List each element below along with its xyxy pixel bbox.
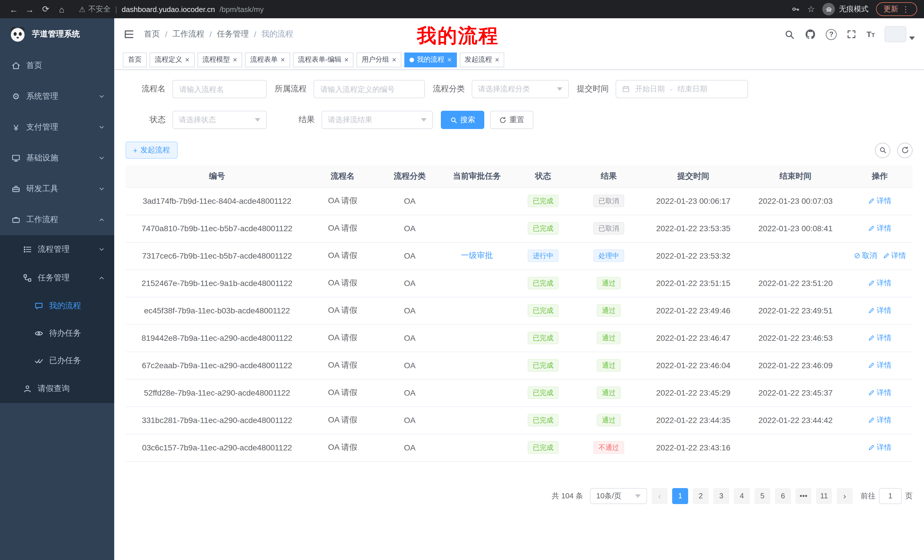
detail-link[interactable]: 详情 — [868, 278, 891, 288]
sidebar-item-todo-tasks[interactable]: 待办任务 — [0, 320, 114, 347]
hamburger-icon[interactable] — [123, 28, 135, 40]
sidebar-item-home[interactable]: 首页 — [0, 50, 114, 81]
search-button[interactable]: 搜索 — [441, 111, 484, 129]
sidebar-item-label: 我的流程 — [49, 301, 81, 311]
detail-link[interactable]: 详情 — [868, 223, 891, 234]
sidebar-item-done-tasks[interactable]: 已办任务 — [0, 347, 114, 374]
breadcrumb-workflow[interactable]: 工作流程 — [172, 29, 204, 39]
bookmark-star-icon[interactable]: ☆ — [807, 4, 815, 14]
page-button-5[interactable]: 5 — [754, 488, 770, 504]
process-name-input[interactable] — [172, 80, 267, 98]
search-icon[interactable] — [784, 29, 795, 40]
status-select[interactable]: 请选择状态 — [172, 111, 267, 129]
page-button-3[interactable]: 3 — [713, 488, 729, 504]
cell-name: OA 请假 — [308, 324, 377, 352]
tab-my-process[interactable]: 我的流程× — [404, 52, 457, 67]
page-button-11[interactable]: 11 — [816, 488, 832, 504]
sidebar-item-process-management[interactable]: 流程管理 — [0, 235, 114, 264]
page-button-1[interactable]: 1 — [672, 488, 688, 504]
detail-link[interactable]: 详情 — [883, 251, 906, 261]
font-size-icon[interactable]: TT — [867, 30, 875, 39]
breadcrumb-home[interactable]: 首页 — [144, 29, 160, 39]
breadcrumb-task-management[interactable]: 任务管理 — [217, 29, 249, 39]
task-link[interactable]: 一级审批 — [461, 251, 493, 261]
detail-link[interactable]: 详情 — [868, 196, 891, 206]
detail-link[interactable]: 详情 — [868, 415, 891, 425]
tab-process-form-edit[interactable]: 流程表单-编辑× — [293, 52, 354, 67]
date-range-picker[interactable]: 开始日期 - 结束日期 — [616, 80, 748, 98]
tab-process-definition[interactable]: 流程定义× — [150, 52, 195, 67]
tab-home[interactable]: 首页 — [123, 52, 147, 67]
close-icon[interactable]: × — [392, 56, 396, 63]
next-page-button[interactable]: › — [837, 488, 853, 504]
fullscreen-icon[interactable] — [847, 29, 857, 39]
chevron-down-icon — [98, 93, 105, 100]
close-icon[interactable]: × — [233, 56, 237, 63]
cell-end — [744, 242, 847, 270]
browser-home-icon[interactable]: ⌂ — [55, 4, 69, 14]
start-process-button[interactable]: + 发起流程 — [126, 142, 177, 159]
goto-page-input[interactable] — [879, 488, 902, 504]
reset-button[interactable]: 重置 — [490, 111, 533, 129]
chevron-down-icon — [98, 246, 105, 253]
table-row: 2152467e-7b9b-11ec-9a1b-acde48001122 OA … — [126, 270, 913, 297]
github-icon[interactable] — [805, 28, 816, 40]
cancel-link[interactable]: 取消 — [854, 251, 877, 261]
sidebar-item-leave-query[interactable]: 请假查询 — [0, 374, 114, 403]
address-bar[interactable]: ⚠ 不安全 | dashboard.yudao.iocoder.cn/bpm/t… — [79, 4, 788, 14]
search-toggle-button[interactable] — [875, 142, 890, 158]
sidebar-item-label: 首页 — [26, 60, 42, 71]
sidebar-item-payment[interactable]: ¥ 支付管理 — [0, 112, 114, 143]
detail-label: 详情 — [877, 333, 891, 343]
detail-link[interactable]: 详情 — [868, 360, 891, 370]
reset-label: 重置 — [509, 115, 524, 125]
detail-link[interactable]: 详情 — [868, 333, 891, 343]
user-menu[interactable] — [885, 26, 915, 42]
prev-page-button[interactable]: ‹ — [652, 488, 668, 504]
sidebar-item-workflow[interactable]: 工作流程 — [0, 204, 114, 235]
help-icon[interactable]: ? — [826, 29, 837, 40]
sidebar-item-my-process[interactable]: 我的流程 — [0, 292, 114, 320]
browser-back-icon[interactable]: ← — [7, 4, 21, 14]
result-select[interactable]: 请选择流结果 — [321, 111, 433, 129]
close-icon[interactable]: × — [447, 56, 452, 63]
security-label: 不安全 — [88, 4, 111, 14]
sidebar-item-system[interactable]: ⚙ 系统管理 — [0, 81, 114, 112]
tab-start-process[interactable]: 发起流程× — [459, 52, 504, 67]
close-icon[interactable]: × — [495, 56, 499, 63]
tab-process-form[interactable]: 流程表单× — [245, 52, 290, 67]
sidebar-item-task-management[interactable]: 任务管理 — [0, 264, 114, 292]
refresh-button[interactable] — [897, 142, 913, 158]
page-button-4[interactable]: 4 — [734, 488, 750, 504]
key-icon[interactable] — [790, 4, 800, 14]
category-select[interactable]: 请选择流程分类 — [472, 80, 569, 98]
tab-process-model[interactable]: 流程模型× — [197, 52, 242, 67]
browser-reload-icon[interactable]: ⟳ — [39, 4, 52, 14]
more-pages-button[interactable]: ••• — [795, 488, 812, 504]
search-icon — [879, 146, 886, 154]
tab-user-group[interactable]: 用户分组× — [357, 52, 402, 67]
detail-link[interactable]: 详情 — [868, 388, 891, 398]
close-icon[interactable]: × — [185, 56, 189, 63]
cell-name: OA 请假 — [308, 215, 377, 242]
update-button[interactable]: 更新 ⋮ — [876, 2, 917, 16]
page-button-6[interactable]: 6 — [775, 488, 791, 504]
cell-category: OA — [377, 270, 442, 297]
close-icon[interactable]: × — [280, 56, 285, 63]
page-button-2[interactable]: 2 — [693, 488, 709, 504]
sidebar-item-infrastructure[interactable]: 基础设施 — [0, 143, 114, 174]
font-size-big: T — [867, 30, 872, 39]
page-size-select[interactable]: 10条/页 — [590, 488, 647, 504]
sidebar-item-devtools[interactable]: 研发工具 — [0, 174, 114, 204]
cell-submit: 2022-01-23 00:06:17 — [642, 187, 744, 215]
browser-forward-icon[interactable]: → — [23, 4, 36, 14]
detail-link[interactable]: 详情 — [868, 442, 891, 453]
process-def-input[interactable] — [314, 80, 425, 98]
browser-menu-icon[interactable]: ⋮ — [902, 4, 910, 14]
cell-category: OA — [377, 187, 442, 215]
detail-link[interactable]: 详情 — [868, 305, 891, 316]
close-icon[interactable]: × — [344, 56, 349, 63]
security-chip[interactable]: ⚠ 不安全 — [79, 4, 111, 14]
cell-actions: 详情 — [847, 324, 913, 352]
avatar[interactable] — [885, 26, 906, 42]
